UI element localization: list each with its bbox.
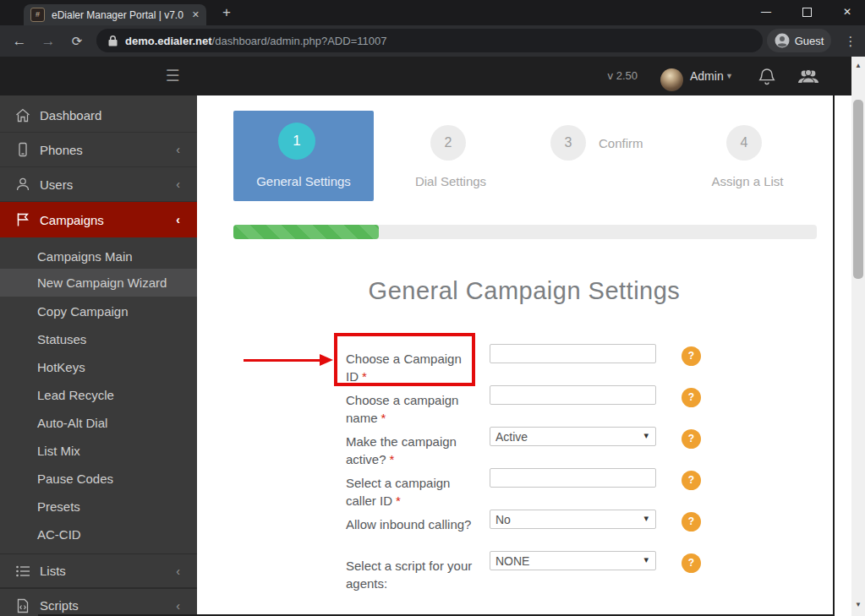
sidebar-subitem-lead-recycle[interactable]: Lead Recycle xyxy=(0,381,197,409)
sidebar-subitem-campaigns-main[interactable]: Campaigns Main xyxy=(0,243,197,270)
subitem-label: New Campaign Wizard xyxy=(37,275,167,290)
campaign-active-label: Make the campaign active?* xyxy=(346,433,474,468)
screen: # eDialer Manager Portal | v7.0 ✕ + — ✕ … xyxy=(0,0,865,616)
tab-title: eDialer Manager Portal | v7.0 xyxy=(52,9,187,21)
required-marker: * xyxy=(396,493,401,508)
wizard-step-2[interactable]: 2 xyxy=(430,125,466,161)
help-icon[interactable]: ? xyxy=(682,471,701,490)
sidebar-subitem-copy-campaign[interactable]: Copy Campaign xyxy=(0,297,197,325)
url-path: /dashboard/admin.php?ADD=11007 xyxy=(212,35,387,47)
chevron-left-icon: ‹ xyxy=(176,143,180,156)
subitem-label: HotKeys xyxy=(37,360,85,374)
campaign-name-label: Choose a campaign name* xyxy=(346,391,474,427)
phone-icon xyxy=(15,142,30,157)
sidebar-item-users[interactable]: Users ‹ xyxy=(0,167,197,202)
campaign-id-input[interactable] xyxy=(490,344,656,363)
wizard-step-3[interactable]: 3 xyxy=(550,125,586,161)
browser-profile-button[interactable]: Guest xyxy=(767,29,831,52)
tab-close-icon[interactable]: ✕ xyxy=(192,9,200,20)
progress-bar-fill xyxy=(233,225,379,239)
reload-icon[interactable]: ⟳ xyxy=(64,25,90,57)
subitem-label: Statuses xyxy=(37,332,86,346)
sidebar-label: Dashboard xyxy=(40,108,101,123)
help-icon[interactable]: ? xyxy=(682,388,701,407)
admin-menu[interactable]: Admin xyxy=(690,57,724,95)
caller-id-input[interactable] xyxy=(490,468,656,488)
sidebar-subitem-presets[interactable]: Presets xyxy=(0,493,197,521)
users-group-icon[interactable] xyxy=(797,68,820,86)
new-tab-button[interactable]: + xyxy=(216,3,237,23)
agent-script-label: Select a script for your agents: xyxy=(346,557,474,592)
chevron-left-icon: ‹ xyxy=(176,177,180,191)
help-icon[interactable]: ? xyxy=(682,346,701,366)
subitem-label: Lead Recycle xyxy=(37,388,114,402)
flag-icon xyxy=(15,212,30,227)
chevron-left-icon: ‹ xyxy=(176,599,180,613)
url-domain: demo.edialer.net xyxy=(125,35,212,47)
sidebar-label: Lists xyxy=(40,564,66,578)
sidebar-subitem-new-campaign-wizard[interactable]: New Campaign Wizard xyxy=(0,269,197,297)
address-bar[interactable]: demo.edialer.net/dashboard/admin.php?ADD… xyxy=(96,29,763,52)
step-4-label: Assign a List xyxy=(697,174,798,188)
sidebar-item-lists[interactable]: Lists ‹ xyxy=(0,553,197,588)
inbound-calling-label: Allow inbound calling? xyxy=(346,515,474,533)
sidebar-subitem-ac-cid[interactable]: AC-CID xyxy=(0,521,197,548)
hamburger-menu-icon[interactable]: ☰ xyxy=(161,57,184,95)
annotation-highlight-box xyxy=(334,333,475,386)
notifications-bell-icon[interactable] xyxy=(757,68,777,86)
scrollbar-thumb[interactable] xyxy=(853,100,863,279)
step-2-label: Dial Settings xyxy=(400,174,501,188)
browser-menu-icon[interactable]: ⋮ xyxy=(840,25,862,57)
campaign-name-input[interactable] xyxy=(490,385,656,405)
step-1-label: General Settings xyxy=(233,174,374,188)
help-icon[interactable]: ? xyxy=(682,512,701,532)
sidebar-subitem-auto-alt-dial[interactable]: Auto-Alt Dial xyxy=(0,409,197,437)
chevron-left-icon: ‹ xyxy=(176,564,180,578)
sidebar-subitem-list-mix[interactable]: List Mix xyxy=(0,437,197,465)
content-right-edge xyxy=(833,95,835,616)
wizard-step-4[interactable]: 4 xyxy=(726,125,762,161)
subitem-label: Presets xyxy=(37,499,80,514)
sidebar-item-scripts[interactable]: Scripts ‹ xyxy=(0,588,197,616)
scroll-down-icon[interactable]: ▼ xyxy=(851,598,865,612)
sidebar-subitem-hotkeys[interactable]: HotKeys xyxy=(0,353,197,381)
required-marker: * xyxy=(381,411,386,425)
annotation-arrow xyxy=(244,359,321,362)
lock-icon xyxy=(108,35,118,46)
user-icon xyxy=(15,177,30,192)
browser-tab[interactable]: # eDialer Manager Portal | v7.0 ✕ xyxy=(24,4,206,25)
step-3-label: Confirm xyxy=(599,136,675,150)
scroll-up-icon[interactable]: ▲ xyxy=(851,59,865,73)
sidebar-label: Users xyxy=(40,177,73,192)
help-icon[interactable]: ? xyxy=(682,553,701,573)
agent-script-select[interactable]: NONE ▾ xyxy=(490,551,656,570)
window-close-button[interactable]: ✕ xyxy=(833,0,862,24)
sidebar-subitem-statuses[interactable]: Statuses xyxy=(0,325,197,353)
sidebar-label: Campaigns xyxy=(40,213,104,227)
window-restore-button[interactable] xyxy=(792,0,821,24)
step-1-number: 1 xyxy=(278,123,315,160)
campaign-active-select[interactable]: Active ▾ xyxy=(490,427,656,446)
help-icon[interactable]: ? xyxy=(682,429,701,449)
window-minimize-button[interactable]: — xyxy=(752,0,780,24)
subitem-label: Pause Codes xyxy=(37,472,113,486)
page-title: General Campaign Settings xyxy=(197,277,851,305)
sidebar-item-campaigns[interactable]: Campaigns ‹ xyxy=(0,202,197,237)
annotation-arrow-head xyxy=(320,354,333,366)
back-icon[interactable]: ← xyxy=(7,25,32,57)
app-header xyxy=(0,57,851,95)
home-icon xyxy=(15,108,30,123)
required-marker: * xyxy=(390,452,395,466)
admin-avatar[interactable] xyxy=(660,68,683,91)
sidebar-label: Phones xyxy=(40,143,83,157)
sidebar-item-phones[interactable]: Phones ‹ xyxy=(0,133,197,167)
progress-bar xyxy=(233,225,817,239)
guest-label: Guest xyxy=(795,35,824,47)
sidebar-subitem-pause-codes[interactable]: Pause Codes xyxy=(0,465,197,493)
sidebar-item-dashboard[interactable]: Dashboard xyxy=(0,98,197,133)
subitem-label: Copy Campaign xyxy=(37,304,129,319)
favicon-icon: # xyxy=(30,8,45,22)
forward-icon[interactable]: → xyxy=(36,25,61,57)
subitem-label: AC-CID xyxy=(37,527,81,542)
inbound-calling-select[interactable]: No ▾ xyxy=(490,510,656,529)
